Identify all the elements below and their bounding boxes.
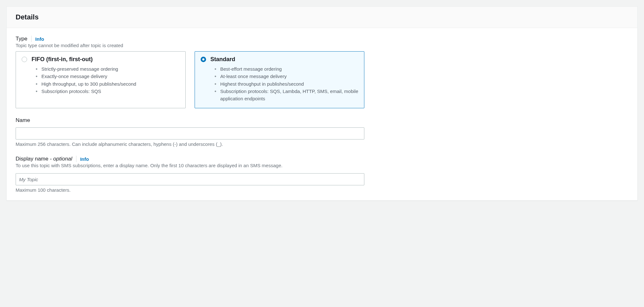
- radio-card-standard[interactable]: Standard Best-effort message ordering At…: [195, 51, 365, 108]
- divider: [76, 156, 76, 162]
- type-info-link[interactable]: Info: [35, 36, 44, 42]
- radio-fifo-title: FIFO (first-in, first-out): [32, 56, 93, 63]
- divider: [31, 36, 32, 42]
- display-name-label-prefix: Display name -: [16, 156, 53, 162]
- radio-standard-title: Standard: [211, 56, 235, 63]
- display-name-label-optional: optional: [53, 156, 72, 162]
- type-description: Topic type cannot be modified after topi…: [16, 43, 628, 48]
- display-name-info-link[interactable]: Info: [80, 156, 89, 162]
- type-radio-group: FIFO (first-in, first-out) Strictly-pres…: [16, 51, 364, 108]
- radio-fifo-bullets: Strictly-preserved message ordering Exac…: [22, 65, 180, 95]
- list-item: Exactly-once message delivery: [36, 73, 180, 80]
- name-form-group: Name Maximum 256 characters. Can include…: [16, 117, 628, 147]
- name-label: Name: [16, 117, 30, 124]
- type-label: Type: [16, 36, 27, 42]
- display-name-helper: Maximum 100 characters.: [16, 187, 628, 193]
- panel-title: Details: [16, 13, 628, 21]
- radio-card-standard-header: Standard: [201, 56, 359, 63]
- panel-body: Type Info Topic type cannot be modified …: [7, 28, 637, 200]
- radio-icon: [201, 57, 206, 62]
- radio-icon: [22, 57, 27, 62]
- display-name-input[interactable]: [16, 173, 364, 185]
- list-item: High throughput, up to 300 publishes/sec…: [36, 80, 180, 88]
- display-name-description: To use this topic with SMS subscriptions…: [16, 163, 628, 168]
- radio-standard-bullets: Best-effort message ordering At-least on…: [201, 65, 359, 102]
- name-helper: Maximum 256 characters. Can include alph…: [16, 141, 628, 147]
- panel-header: Details: [7, 7, 637, 28]
- display-name-label: Display name - optional: [16, 156, 72, 162]
- radio-card-fifo-header: FIFO (first-in, first-out): [22, 56, 180, 63]
- type-label-row: Type Info: [16, 36, 628, 42]
- list-item: At-least once message delivery: [215, 73, 359, 80]
- details-panel: Details Type Info Topic type cannot be m…: [6, 6, 638, 201]
- list-item: Strictly-preserved message ordering: [36, 65, 180, 73]
- name-input[interactable]: [16, 127, 364, 139]
- list-item: Subscription protocols: SQS, Lambda, HTT…: [215, 88, 359, 103]
- list-item: Subscription protocols: SQS: [36, 88, 180, 95]
- display-name-label-row: Display name - optional Info: [16, 156, 628, 162]
- radio-card-fifo[interactable]: FIFO (first-in, first-out) Strictly-pres…: [16, 51, 186, 108]
- list-item: Best-effort message ordering: [215, 65, 359, 73]
- name-label-row: Name: [16, 117, 628, 124]
- display-name-form-group: Display name - optional Info To use this…: [16, 156, 628, 193]
- list-item: Highest throughput in publishes/second: [215, 80, 359, 88]
